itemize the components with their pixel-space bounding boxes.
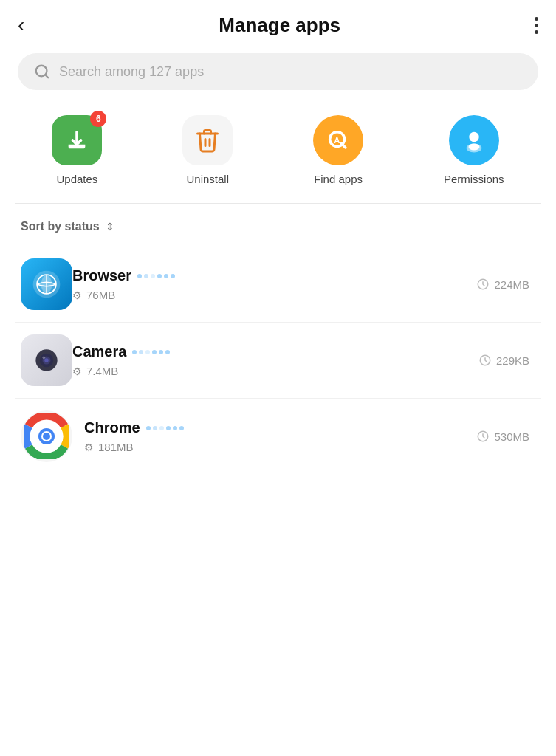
- find-apps-icon-bg: A: [313, 115, 363, 165]
- usage-clock-icon: [476, 278, 490, 291]
- svg-line-4: [341, 143, 346, 148]
- sort-chevron-icon: ⇕: [106, 221, 114, 233]
- loading-dot-4: [157, 274, 162, 278]
- chrome-dot-2: [153, 426, 157, 430]
- chrome-storage-icon: ⚙: [84, 441, 94, 453]
- chrome-storage: 181MB: [98, 441, 134, 453]
- dot3: [535, 30, 538, 34]
- search-icon: [34, 63, 50, 80]
- camera-loading-indicator: [132, 350, 170, 354]
- chrome-info: Chrome ⚙ 181MB: [84, 419, 476, 453]
- updates-badge: 6: [90, 111, 106, 127]
- browser-usage-value: 224MB: [494, 278, 529, 291]
- browser-loading-indicator: [137, 274, 175, 278]
- app-item-camera[interactable]: Camera ⚙ 7.4MB 229KB: [15, 323, 541, 399]
- chrome-dot-3: [159, 426, 164, 430]
- loading-dot-1: [137, 274, 142, 278]
- camera-storage-icon: ⚙: [72, 365, 82, 377]
- dot1: [535, 17, 538, 21]
- svg-line-1: [45, 75, 48, 78]
- header: ‹ Manage apps: [0, 0, 556, 47]
- permissions-label: Permissions: [444, 173, 504, 185]
- browser-info: Browser ⚙ 76MB: [72, 267, 476, 301]
- browser-app-icon: [21, 258, 72, 310]
- app-item-browser[interactable]: Browser ⚙ 76MB 224MB: [15, 247, 541, 323]
- camera-name: Camera: [72, 343, 126, 360]
- dot2: [535, 24, 538, 27]
- uninstall-icon-bg: [182, 115, 233, 165]
- page-title: Manage apps: [219, 14, 340, 37]
- chrome-usage-value: 530MB: [494, 430, 529, 443]
- camera-dot-6: [165, 350, 170, 354]
- updates-label: Updates: [56, 173, 97, 185]
- find-apps-label: Find apps: [314, 173, 363, 185]
- chrome-name: Chrome: [84, 419, 140, 436]
- uninstall-label: Uninstall: [186, 173, 229, 185]
- browser-storage: 76MB: [86, 289, 115, 301]
- camera-name-row: Camera: [72, 343, 478, 360]
- sort-by-button[interactable]: Sort by status ⇕: [0, 217, 556, 247]
- svg-point-18: [43, 357, 46, 360]
- camera-dot-5: [159, 350, 163, 354]
- chrome-dot-1: [146, 426, 151, 430]
- camera-dot-1: [132, 350, 137, 354]
- chrome-usage-icon: [476, 430, 490, 443]
- back-button[interactable]: ‹: [18, 13, 24, 37]
- svg-point-8: [468, 144, 479, 151]
- action-uninstall[interactable]: Uninstall: [182, 115, 233, 185]
- svg-point-6: [469, 132, 479, 142]
- action-updates[interactable]: 6 Updates: [52, 115, 102, 185]
- loading-dot-2: [144, 274, 148, 278]
- browser-icon-svg: [30, 268, 63, 300]
- permissions-icon-bg: [449, 115, 499, 165]
- action-find-apps[interactable]: A Find apps: [313, 115, 363, 185]
- chrome-size-row: ⚙ 181MB: [84, 441, 476, 453]
- chrome-name-row: Chrome: [84, 419, 476, 436]
- camera-info: Camera ⚙ 7.4MB: [72, 343, 478, 377]
- more-menu-button[interactable]: [535, 17, 538, 34]
- chrome-dot-6: [179, 426, 184, 430]
- chrome-app-icon: [21, 410, 72, 462]
- search-placeholder: Search among 127 apps: [59, 64, 204, 80]
- find-apps-icon: A: [326, 128, 351, 153]
- chrome-dot-5: [173, 426, 177, 430]
- camera-storage: 7.4MB: [86, 365, 118, 377]
- svg-point-17: [44, 358, 49, 362]
- browser-usage: 224MB: [476, 278, 535, 291]
- camera-dot-2: [139, 350, 143, 354]
- camera-size-row: ⚙ 7.4MB: [72, 365, 478, 377]
- camera-icon-svg: [30, 344, 63, 377]
- chrome-dot-4: [166, 426, 171, 430]
- app-list: Browser ⚙ 76MB 224MB: [0, 247, 556, 474]
- updates-arrow-icon: [64, 128, 89, 153]
- trash-icon: [194, 127, 221, 154]
- camera-usage-icon: [478, 354, 492, 367]
- camera-dot-3: [145, 350, 150, 354]
- sort-label: Sort by status: [21, 220, 100, 233]
- section-divider: [15, 203, 541, 204]
- browser-size-row: ⚙ 76MB: [72, 289, 476, 301]
- camera-dot-4: [152, 350, 157, 354]
- chrome-loading-indicator: [146, 426, 184, 430]
- camera-usage: 229KB: [478, 354, 535, 367]
- svg-text:A: A: [334, 136, 340, 145]
- storage-icon: ⚙: [72, 289, 82, 301]
- action-permissions[interactable]: Permissions: [444, 115, 504, 185]
- updates-icon-bg: 6: [52, 115, 102, 165]
- browser-name: Browser: [72, 267, 131, 284]
- loading-dot-3: [151, 274, 155, 278]
- chrome-icon-svg: [24, 413, 69, 459]
- quick-actions: 6 Updates Uninstall A Find apps: [0, 103, 556, 203]
- loading-dot-5: [164, 274, 168, 278]
- search-bar[interactable]: Search among 127 apps: [18, 53, 538, 90]
- loading-dot-6: [171, 274, 175, 278]
- camera-app-icon: [21, 334, 72, 386]
- browser-name-row: Browser: [72, 267, 476, 284]
- permissions-icon: [461, 127, 487, 154]
- camera-usage-value: 229KB: [496, 354, 529, 367]
- chrome-usage: 530MB: [476, 430, 535, 443]
- search-bar-container: Search among 127 apps: [0, 47, 556, 103]
- app-item-chrome[interactable]: Chrome ⚙ 181MB 530MB: [15, 399, 541, 474]
- svg-point-24: [43, 433, 50, 440]
